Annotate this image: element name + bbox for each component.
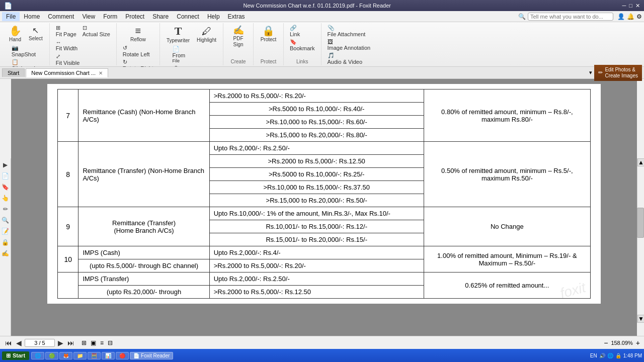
file-attachment-label: File Attachment	[328, 31, 366, 37]
snapshot-label: SnapShot	[12, 51, 36, 57]
content-area: 7 Remittance (Cash) (Non-Home Branch A/C…	[11, 79, 637, 336]
first-page-button[interactable]: ⏮	[4, 339, 13, 347]
tab-start[interactable]: Start	[2, 68, 25, 77]
image-annotation-icon: 🖼	[328, 39, 333, 45]
taskbar-app-folder[interactable]: 📁	[73, 352, 87, 359]
security-icon[interactable]: 🔒	[615, 353, 621, 358]
snapshot-button[interactable]: 📷 SnapShot	[10, 44, 42, 58]
menu-protect[interactable]: Protect	[121, 12, 148, 21]
menu-home[interactable]: Home	[20, 12, 44, 21]
from-file-button[interactable]: 📄 From File	[171, 45, 213, 64]
prev-page-button[interactable]: ◀	[15, 339, 23, 347]
facing-button[interactable]: ⊟	[108, 339, 113, 346]
close-button[interactable]: ✕	[635, 3, 640, 9]
fit-width-button[interactable]: ↔ Fit Width	[54, 39, 79, 52]
taskbar-app-foxit[interactable]: 📄 Foxit Reader	[130, 352, 173, 359]
pdf-sign-label: PDFSign	[233, 36, 243, 48]
tell-me-search[interactable]	[528, 13, 613, 21]
edit-photos-label: Edit Photos &Create Images	[605, 67, 638, 79]
sidebar-sign-icon[interactable]: ✍	[1, 249, 10, 258]
audio-video-button[interactable]: 🎵 Audio & Video	[326, 52, 373, 65]
slab-8-5: >Rs.15,000 to Rs.20,000/-: Rs.50/-	[209, 194, 424, 207]
menu-file[interactable]: File	[2, 12, 20, 21]
row-num-10: 10	[58, 246, 78, 273]
sidebar-hand-icon[interactable]: 👆	[1, 194, 10, 203]
sidebar-pages-icon[interactable]: 📄	[1, 171, 10, 180]
start-button[interactable]: ⊞ Start	[2, 351, 29, 360]
fit-page-button[interactable]: ⊞ Fit Page	[54, 24, 78, 38]
menu-comment[interactable]: Comment	[44, 12, 78, 21]
sidebar-edit-icon[interactable]: ✏	[1, 205, 10, 214]
sidebar-search-icon[interactable]: 🔍	[1, 216, 10, 225]
menu-form[interactable]: Form	[99, 12, 121, 21]
minimize-button[interactable]: ─	[622, 3, 626, 9]
hand-tool-button[interactable]: ✋ Hand	[6, 24, 24, 44]
last-page-button[interactable]: ⏭	[66, 339, 75, 347]
menu-connect[interactable]: Connect	[173, 12, 203, 21]
tell-me-input[interactable]	[530, 14, 611, 20]
ie-icon: 🌐	[35, 353, 41, 358]
actual-size-button[interactable]: ⊡ Actual Size	[80, 24, 112, 38]
menu-help[interactable]: Help	[203, 12, 224, 21]
link-button[interactable]: 🔗 Link	[288, 24, 317, 38]
protect-button[interactable]: 🔒 Protect	[258, 24, 279, 44]
select-tool-button[interactable]: ↖ Select	[26, 25, 45, 43]
tab-close-button[interactable]: ✕	[99, 70, 103, 76]
taskbar-apps: 🌐 🟢 🦊 📁 🧮 📊 🔴 📄 Foxit Reader	[31, 352, 173, 359]
menu-extras[interactable]: Extras	[224, 12, 249, 21]
scroll-thumb[interactable]	[637, 208, 644, 238]
tab-expand-button[interactable]: ▾	[587, 68, 594, 77]
zoom-in-status-button[interactable]: +	[636, 339, 640, 347]
rotate-left-button[interactable]: ↺ Rotate Left	[121, 44, 155, 58]
scroll-up-button[interactable]: ▲	[637, 158, 644, 166]
taskbar-app-chrome[interactable]: 🟢	[45, 352, 58, 359]
menu-share[interactable]: Share	[148, 12, 173, 21]
taskbar-app-calc[interactable]: 🧮	[88, 352, 101, 359]
slab-8-3: >Rs.5000 to Rs.10,000/-: Rs.25/-	[209, 168, 424, 181]
sidebar-layers-icon[interactable]: 📝	[1, 227, 10, 236]
taskbar-app-ie[interactable]: 🌐	[31, 352, 44, 359]
pdf-sign-button[interactable]: ✍ PDFSign	[229, 24, 248, 49]
rotate-left-label: Rotate Left	[123, 51, 150, 57]
continuous-button[interactable]: ≡	[100, 339, 104, 346]
image-annotation-button[interactable]: 🖼 Image Annotation	[326, 38, 373, 51]
fit-page-status-button[interactable]: ⊞	[82, 339, 87, 346]
maximize-button[interactable]: □	[629, 3, 632, 9]
taskbar-app-firefox[interactable]: 🦊	[59, 352, 72, 359]
page-input[interactable]	[25, 339, 55, 347]
typewriter-button[interactable]: T Typewriter	[164, 24, 192, 45]
fit-visible-button[interactable]: ⤢ Fit Visible	[54, 53, 82, 66]
sidebar-bookmarks-icon[interactable]: 🔖	[1, 183, 10, 192]
actual-size-label: Actual Size	[83, 31, 110, 37]
window-controls[interactable]: ─ □ ✕	[622, 3, 640, 9]
highlight-button[interactable]: 🖊 Highlight	[194, 25, 219, 45]
chrome-icon: 🟢	[49, 353, 55, 358]
menu-view[interactable]: View	[78, 12, 99, 21]
fit-page-icon: ⊞	[56, 25, 60, 31]
comment-buttons: T Typewriter 🖊 Highlight	[164, 24, 219, 45]
select-icon: ↖	[32, 27, 39, 35]
sidebar-security-icon[interactable]: 🔒	[1, 238, 10, 247]
volume-icon[interactable]: 🔊	[599, 353, 605, 358]
ribbon-group-comment: T Typewriter 🖊 Highlight 📄 From File 🖨 F…	[160, 23, 223, 65]
file-attachment-button[interactable]: 📎 File Attachment	[326, 24, 373, 38]
right-scrollbar[interactable]: ▲ ▼	[637, 158, 644, 323]
bookmark-button[interactable]: 🔖 Bookmark	[288, 38, 317, 52]
scroll-down-button[interactable]: ▼	[637, 315, 644, 323]
edit-photos-panel[interactable]: ✏ Edit Photos &Create Images	[594, 65, 642, 81]
slab-10c-1: Upto Rs.2,000/-: Rs.2.50/-	[209, 273, 424, 286]
ribbon-group-view: ⊞ Fit Page ⊡ Actual Size ↔ Fit Width	[50, 23, 117, 65]
tab-document[interactable]: New Commission Chart ... ✕	[26, 68, 108, 77]
taskbar-app-excel[interactable]: 📊	[102, 352, 115, 359]
reflow-button[interactable]: ≡ Reflow	[128, 24, 148, 44]
notifications-icon[interactable]: 🔔	[627, 13, 634, 20]
account-icon[interactable]: 👤	[617, 13, 625, 20]
settings-icon[interactable]: ⚙	[636, 13, 642, 20]
single-page-button[interactable]: ▣	[91, 339, 96, 346]
sidebar-expand-icon[interactable]: ▶	[1, 160, 10, 169]
fit-width-label: Fit Width	[56, 45, 77, 51]
taskbar-app-unknown[interactable]: 🔴	[116, 352, 129, 359]
network-icon[interactable]: 🌐	[607, 353, 613, 358]
zoom-out-status-button[interactable]: −	[604, 339, 608, 347]
next-page-button[interactable]: ▶	[57, 339, 64, 347]
